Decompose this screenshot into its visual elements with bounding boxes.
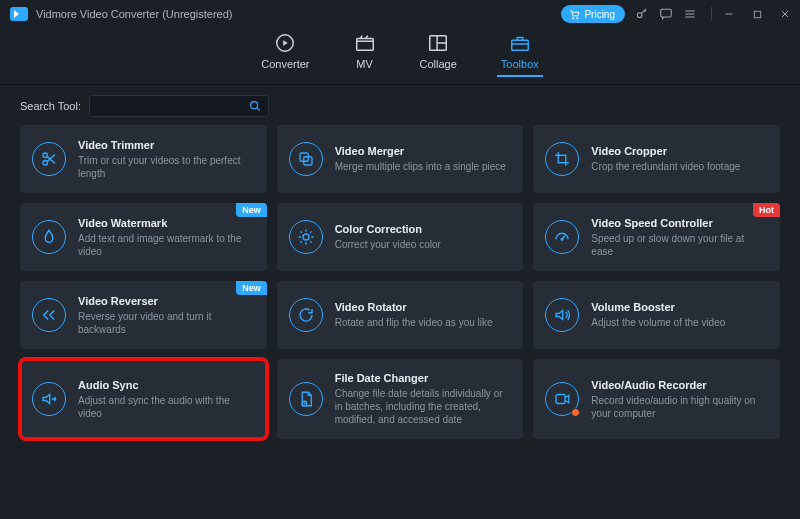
- filedate-icon: [289, 382, 323, 416]
- tool-audio-sync[interactable]: Audio Sync Adjust and sync the audio wit…: [20, 359, 267, 439]
- svg-point-14: [303, 234, 309, 240]
- tool-desc: Change file date details individually or…: [335, 387, 512, 426]
- titlebar-actions: [635, 7, 716, 21]
- toolbox-icon: [509, 32, 531, 54]
- svg-rect-4: [754, 11, 760, 17]
- window-controls: [722, 7, 792, 21]
- svg-point-2: [637, 13, 642, 18]
- converter-icon: [274, 32, 296, 54]
- svg-point-9: [251, 102, 258, 109]
- tool-file-date-changer[interactable]: File Date Changer Change file date detai…: [277, 359, 524, 439]
- svg-point-0: [573, 17, 574, 18]
- tool-title: Video Speed Controller: [591, 217, 768, 229]
- tool-title: Volume Booster: [591, 301, 725, 313]
- svg-point-1: [577, 17, 578, 18]
- volume-icon: [545, 298, 579, 332]
- reverse-icon: [32, 298, 66, 332]
- tool-video-speed-controller[interactable]: Hot Video Speed Controller Speed up or s…: [533, 203, 780, 271]
- window-minimize-button[interactable]: [722, 7, 736, 21]
- app-title: Vidmore Video Converter (Unregistered): [36, 8, 232, 20]
- crop-icon: [545, 142, 579, 176]
- chat-icon: [659, 7, 673, 21]
- tool-desc: Correct your video color: [335, 238, 441, 251]
- tab-toolbox[interactable]: Toolbox: [501, 32, 539, 76]
- rotate-icon: [289, 298, 323, 332]
- svg-rect-6: [356, 38, 373, 50]
- tab-converter[interactable]: Converter: [261, 32, 309, 76]
- tool-title: Video Watermark: [78, 217, 255, 229]
- tool-title: Video Rotator: [335, 301, 493, 313]
- tool-desc: Merge multiple clips into a single piece: [335, 160, 506, 173]
- key-button[interactable]: [635, 7, 649, 21]
- notify-dot-icon: [571, 408, 580, 417]
- tool-video-cropper[interactable]: Video Cropper Crop the redundant video f…: [533, 125, 780, 193]
- audiosync-icon: [32, 382, 66, 416]
- maximize-icon: [752, 9, 763, 20]
- tool-title: Video Trimmer: [78, 139, 255, 151]
- tool-desc: Adjust and sync the audio with the video: [78, 394, 255, 420]
- svg-rect-8: [512, 40, 529, 50]
- tool-title: Video Merger: [335, 145, 506, 157]
- badge-new: New: [236, 203, 267, 217]
- watermark-icon: [32, 220, 66, 254]
- menu-icon: [683, 7, 697, 21]
- svg-point-15: [561, 238, 563, 240]
- tool-desc: Adjust the volume of the video: [591, 316, 725, 329]
- tool-video-trimmer[interactable]: Video Trimmer Trim or cut your videos to…: [20, 125, 267, 193]
- gauge-icon: [545, 220, 579, 254]
- main-nav: Converter MV Collage Toolbox: [0, 28, 800, 85]
- merge-icon: [289, 142, 323, 176]
- tool-color-correction[interactable]: Color Correction Correct your video colo…: [277, 203, 524, 271]
- tool-video-reverser[interactable]: New Video Reverser Reverse your video an…: [20, 281, 267, 349]
- collage-icon: [427, 32, 449, 54]
- tool-title: Video Reverser: [78, 295, 255, 307]
- mv-icon: [354, 32, 376, 54]
- tool-desc: Reverse your video and turn it backwards: [78, 310, 255, 336]
- scissors-icon: [32, 142, 66, 176]
- app-logo-icon: [10, 7, 28, 21]
- tool-desc: Add text and image watermark to the vide…: [78, 232, 255, 258]
- search-box[interactable]: [89, 95, 269, 117]
- tool-desc: Speed up or slow down your file at ease: [591, 232, 768, 258]
- tab-label: Collage: [420, 58, 457, 70]
- minimize-icon: [723, 8, 735, 20]
- tab-collage[interactable]: Collage: [420, 32, 457, 76]
- tool-title: Video/Audio Recorder: [591, 379, 768, 391]
- tool-desc: Rotate and flip the video as you like: [335, 316, 493, 329]
- pricing-button[interactable]: Pricing: [561, 5, 625, 23]
- tool-title: File Date Changer: [335, 372, 512, 384]
- tool-title: Audio Sync: [78, 379, 255, 391]
- badge-hot: Hot: [753, 203, 780, 217]
- tools-grid: Video Trimmer Trim or cut your videos to…: [0, 125, 800, 453]
- feedback-button[interactable]: [659, 7, 673, 21]
- pricing-label: Pricing: [584, 9, 615, 20]
- key-icon: [635, 7, 649, 21]
- cart-icon: [569, 9, 580, 20]
- tool-title: Color Correction: [335, 223, 441, 235]
- search-bar: Search Tool:: [0, 85, 800, 125]
- tool-title: Video Cropper: [591, 145, 740, 157]
- titlebar-divider: [711, 7, 712, 21]
- tool-video-audio-recorder[interactable]: Video/Audio Recorder Record video/audio …: [533, 359, 780, 439]
- sun-icon: [289, 220, 323, 254]
- tool-video-merger[interactable]: Video Merger Merge multiple clips into a…: [277, 125, 524, 193]
- tool-desc: Crop the redundant video footage: [591, 160, 740, 173]
- tool-video-watermark[interactable]: New Video Watermark Add text and image w…: [20, 203, 267, 271]
- close-icon: [779, 8, 791, 20]
- tab-label: Toolbox: [501, 58, 539, 70]
- titlebar: Vidmore Video Converter (Unregistered) P…: [0, 0, 800, 28]
- tab-label: MV: [356, 58, 373, 70]
- tool-video-rotator[interactable]: Video Rotator Rotate and flip the video …: [277, 281, 524, 349]
- tab-mv[interactable]: MV: [354, 32, 376, 76]
- recorder-icon: [545, 382, 579, 416]
- tool-desc: Record video/audio in high quality on yo…: [591, 394, 768, 420]
- window-close-button[interactable]: [778, 7, 792, 21]
- menu-button[interactable]: [683, 7, 697, 21]
- search-icon: [248, 99, 262, 113]
- svg-rect-17: [556, 395, 565, 404]
- tool-desc: Trim or cut your videos to the perfect l…: [78, 154, 255, 180]
- tool-volume-booster[interactable]: Volume Booster Adjust the volume of the …: [533, 281, 780, 349]
- badge-new: New: [236, 281, 267, 295]
- window-maximize-button[interactable]: [750, 7, 764, 21]
- search-input[interactable]: [96, 100, 248, 112]
